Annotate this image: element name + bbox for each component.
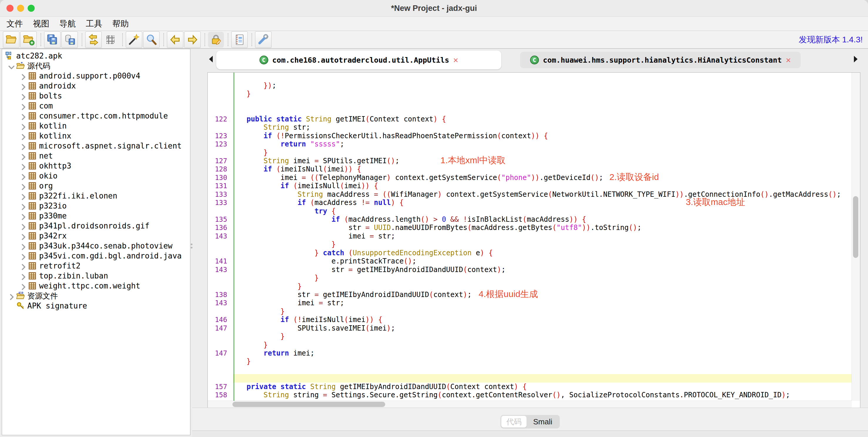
- code-text: e.printStackTrace();: [233, 257, 416, 265]
- segment-code[interactable]: 代码: [501, 416, 527, 428]
- menu-item-2[interactable]: 导航: [59, 18, 76, 29]
- chevron-right-icon[interactable]: [19, 152, 28, 159]
- toolbar-deobfuscation-grid-button[interactable]: [102, 32, 118, 48]
- segment-smali[interactable]: Smali: [527, 416, 559, 428]
- tree-item[interactable]: atc282.apk: [2, 51, 190, 61]
- tree-item[interactable]: org: [2, 181, 190, 191]
- tree-item[interactable]: p341pl.droidsonroids.gif: [2, 221, 190, 231]
- close-icon[interactable]: ✕: [454, 56, 458, 64]
- toolbar-back-arrow-button[interactable]: [167, 31, 183, 48]
- update-notice-link[interactable]: 发现新版本 1.4.3!: [799, 31, 863, 48]
- line-number: [208, 82, 233, 90]
- menu-item-3[interactable]: 工具: [86, 18, 102, 29]
- chevron-right-icon[interactable]: [19, 103, 28, 109]
- tree-item[interactable]: retrofit2: [2, 261, 190, 271]
- menu-item-0[interactable]: 文件: [6, 18, 23, 29]
- chevron-right-icon[interactable]: [19, 252, 28, 259]
- code-text: imei = str;: [233, 232, 395, 240]
- tree-item[interactable]: 010资源文件: [2, 291, 190, 301]
- code-token: (): [552, 391, 561, 399]
- tree-item[interactable]: p345vi.com.gdi.bgl.android.java: [2, 251, 190, 261]
- chevron-right-icon[interactable]: [19, 72, 28, 79]
- chevron-right-icon[interactable]: [19, 112, 28, 119]
- chevron-right-icon[interactable]: [19, 172, 28, 179]
- tree-item[interactable]: consumer.ttpc.com.httpmodule: [2, 111, 190, 121]
- tree-item[interactable]: APK signature: [2, 301, 190, 311]
- tree-item[interactable]: p323io: [2, 201, 190, 211]
- code-text: } catch (UnsupportedEncodingException e)…: [233, 249, 493, 257]
- horizontal-scrollbar-thumb[interactable]: [232, 402, 385, 407]
- tree-item[interactable]: p343uk.p344co.senab.photoview: [2, 241, 190, 251]
- tree-item[interactable]: p342rx: [2, 231, 190, 241]
- code-token: ;: [340, 140, 344, 148]
- tree-item[interactable]: kotlinx: [2, 131, 190, 141]
- package-icon: [28, 132, 37, 140]
- tree-item[interactable]: net: [2, 151, 190, 161]
- chevron-right-icon[interactable]: [19, 182, 28, 190]
- tab-active[interactable]: Ccom.che168.autotradercloud.util.AppUtil…: [216, 51, 501, 69]
- chevron-right-icon[interactable]: [19, 162, 28, 169]
- horizontal-scrollbar[interactable]: [208, 401, 852, 408]
- code-token: 0: [442, 215, 446, 224]
- tree-item-label: okio: [39, 171, 58, 180]
- tab-scroll-right-button[interactable]: [851, 55, 860, 65]
- vertical-scrollbar[interactable]: [851, 72, 860, 401]
- code-token: }: [314, 274, 318, 282]
- chevron-right-icon[interactable]: [19, 212, 28, 220]
- tree-item[interactable]: kotlin: [2, 121, 190, 131]
- tab-inactive[interactable]: Ccom.huawei.hms.support.hianalytics.HiAn…: [520, 52, 801, 68]
- chevron-right-icon[interactable]: [19, 132, 28, 139]
- tree-item[interactable]: microsoft.aspnet.signalr.client: [2, 141, 190, 151]
- tree-item[interactable]: androidx: [2, 81, 190, 91]
- toolbar-search-magnifier-button[interactable]: [143, 31, 160, 48]
- chevron-right-icon[interactable]: [19, 142, 28, 149]
- chevron-right-icon[interactable]: [19, 242, 28, 250]
- menu-item-1[interactable]: 视图: [33, 18, 50, 29]
- chevron-right-icon[interactable]: [19, 192, 28, 199]
- chevron-right-icon[interactable]: [7, 292, 16, 299]
- chevron-right-icon[interactable]: [19, 232, 28, 239]
- toolbar-edit-lock-button[interactable]: [208, 32, 224, 48]
- tree-item[interactable]: bolts: [2, 91, 190, 101]
- tree-item[interactable]: p322fi.iki.elonen: [2, 191, 190, 201]
- toolbar-separator: [122, 33, 123, 46]
- chevron-right-icon[interactable]: [19, 262, 28, 269]
- tree-item-label: APK signature: [27, 301, 87, 310]
- tab-scroll-left-button[interactable]: [207, 55, 216, 65]
- toolbar-preferences-wrench-button[interactable]: [255, 31, 272, 48]
- chevron-right-icon[interactable]: [19, 82, 28, 89]
- code-line: 123 if (!PermissionsCheckerUtil.hasReadP…: [208, 132, 852, 140]
- vertical-scrollbar-thumb[interactable]: [853, 196, 858, 258]
- tree-item[interactable]: okhttp3: [2, 161, 190, 171]
- menu-item-4[interactable]: 帮助: [112, 18, 129, 29]
- toolbar-open-folder-add-button[interactable]: [20, 31, 37, 48]
- tree-item-label: okhttp3: [39, 162, 71, 170]
- chevron-right-icon[interactable]: [19, 122, 28, 129]
- tree-item[interactable]: com: [2, 101, 190, 111]
- chevron-right-icon[interactable]: [19, 222, 28, 229]
- tree-item[interactable]: weight.ttpc.com.weight: [2, 281, 190, 291]
- code-text: [233, 98, 247, 107]
- code-token: }: [332, 240, 336, 249]
- tree-item[interactable]: okio: [2, 171, 190, 181]
- toolbar-export-save-button[interactable]: [61, 31, 78, 48]
- toolbar-forward-arrow-button[interactable]: [184, 31, 201, 48]
- tree-item[interactable]: top.zibin.luban: [2, 271, 190, 281]
- code-token: .getMacAddress: [769, 190, 828, 199]
- close-icon[interactable]: ✕: [786, 56, 791, 64]
- tree-item[interactable]: 源代码: [2, 61, 190, 71]
- toolbar-open-folder-button[interactable]: [3, 31, 20, 48]
- toolbar-log-notebook-button[interactable]: [231, 31, 248, 48]
- toolbar-magic-wand-button[interactable]: [126, 31, 142, 48]
- toolbar-reload-arrows-button[interactable]: [85, 31, 102, 48]
- chevron-right-icon[interactable]: [19, 202, 28, 209]
- chevron-right-icon[interactable]: [19, 282, 28, 289]
- tree-item[interactable]: android.support.p000v4: [2, 71, 190, 81]
- code-text: [233, 366, 247, 374]
- tree-item[interactable]: p330me: [2, 211, 190, 221]
- code-token: {: [582, 215, 586, 224]
- toolbar-save-all-button[interactable]: [44, 31, 61, 48]
- chevron-right-icon[interactable]: [19, 92, 28, 99]
- chevron-right-icon[interactable]: [19, 272, 28, 280]
- chevron-down-icon[interactable]: [7, 62, 16, 69]
